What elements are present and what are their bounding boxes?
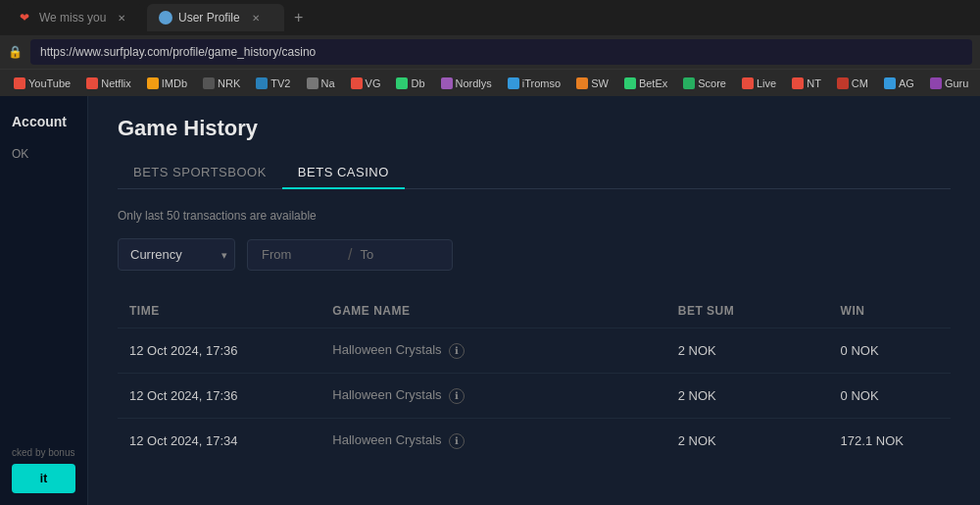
bookmark-nrk[interactable]: NRK (197, 76, 246, 91)
bookmark-itromso[interactable]: iTromso (502, 76, 566, 91)
date-separator: / (348, 246, 352, 264)
row3-game-name: Halloween Crystals (332, 432, 441, 447)
row3-info-icon[interactable]: ℹ (449, 433, 465, 449)
row3-game: Halloween Crystals ℹ (320, 419, 665, 464)
bookmark-label: SW (591, 77, 609, 89)
ag-icon (884, 77, 896, 89)
guru-icon (930, 77, 942, 89)
tab-user-profile[interactable]: User Profile ✕ (147, 4, 284, 31)
row1-info-icon[interactable]: ℹ (449, 343, 465, 359)
row2-game: Halloween Crystals ℹ (320, 374, 665, 419)
bookmarks-bar: YouTube Netflix IMDb NRK TV2 Na VG Db (0, 69, 980, 96)
table-row: 12 Oct 2024, 17:34 Halloween Crystals ℹ … (118, 419, 951, 464)
row2-win: 0 NOK (829, 374, 951, 419)
tabs-container: BETS SPORTSBOOK BETS CASINO (118, 157, 951, 189)
bookmark-db[interactable]: Db (390, 76, 430, 91)
bookmark-label: Score (698, 77, 726, 89)
bookmark-nordlys[interactable]: Nordlys (435, 76, 498, 91)
date-range-filter: / (247, 239, 453, 271)
heart-icon: ❤ (20, 11, 33, 25)
address-bar: 🔒 (0, 35, 980, 69)
bookmark-tv2[interactable]: TV2 (250, 76, 296, 91)
bookmark-label: AG (899, 77, 914, 89)
bookmark-nt[interactable]: NT (786, 76, 827, 91)
bookmark-label: IMDb (162, 77, 187, 89)
currency-filter-wrap: Currency NOK EUR (118, 238, 235, 271)
bookmark-betex[interactable]: BetEx (618, 76, 673, 91)
row1-time: 12 Oct 2024, 17:36 (118, 328, 320, 374)
tab-close-icon[interactable]: ✕ (252, 13, 260, 24)
col-header-bet-sum: BET SUM (666, 294, 829, 328)
bookmark-vg[interactable]: VG (345, 76, 387, 91)
bookmark-youtube[interactable]: YouTube (8, 76, 76, 91)
tab-bar: ❤ We miss you ✕ User Profile ✕ + (0, 0, 980, 35)
youtube-icon (14, 77, 25, 89)
col-header-game: GAME NAME (320, 294, 665, 328)
page-layout: Account OK cked by bonus it Game History… (0, 96, 980, 505)
db-icon (396, 77, 408, 89)
row2-bet-sum: 2 NOK (666, 374, 829, 419)
bookmark-netflix[interactable]: Netflix (80, 76, 137, 91)
nordlys-icon (441, 77, 453, 89)
table-body: 12 Oct 2024, 17:36 Halloween Crystals ℹ … (118, 328, 951, 464)
score-icon (683, 77, 695, 89)
sidebar-action-button[interactable]: it (12, 464, 75, 493)
bookmark-guru[interactable]: Guru (924, 76, 974, 91)
bookmark-label: Na (321, 77, 335, 89)
row2-info-icon[interactable]: ℹ (449, 388, 465, 404)
sidebar: Account OK cked by bonus it (0, 96, 88, 505)
sw-icon (576, 77, 588, 89)
sidebar-menu: OK (0, 137, 87, 435)
row3-time: 12 Oct 2024, 17:34 (118, 419, 320, 464)
row2-game-name: Halloween Crystals (332, 387, 441, 402)
bookmark-imdb[interactable]: IMDb (141, 76, 193, 91)
game-history-table: TIME GAME NAME BET SUM WIN 12 Oct 2024, … (118, 294, 951, 463)
row1-game-name: Halloween Crystals (332, 342, 441, 357)
date-from-input[interactable] (262, 247, 340, 262)
bookmark-ag[interactable]: AG (878, 76, 920, 91)
address-input[interactable] (30, 39, 972, 65)
row1-bet-sum: 2 NOK (666, 328, 829, 374)
row3-win: 172.1 NOK (829, 419, 951, 464)
table-row: 12 Oct 2024, 17:36 Halloween Crystals ℹ … (118, 374, 951, 419)
na-icon (307, 77, 318, 89)
imdb-icon (147, 77, 159, 89)
nrk-icon (203, 77, 215, 89)
account-label: Account (0, 106, 87, 137)
bookmark-label: NRK (218, 77, 240, 89)
bookmark-label: CM (852, 77, 868, 89)
sidebar-item-ok[interactable]: OK (0, 137, 87, 171)
bookmark-label: YouTube (28, 77, 71, 89)
main-inner: Game History BETS SPORTSBOOK BETS CASINO… (88, 96, 980, 505)
tab-label: User Profile (178, 11, 240, 25)
cm-icon (837, 77, 849, 89)
tab-we-miss-you[interactable]: ❤ We miss you ✕ (8, 4, 145, 31)
bookmark-na[interactable]: Na (301, 76, 341, 91)
bookmark-label: TV2 (270, 77, 290, 89)
row1-game: Halloween Crystals ℹ (320, 328, 665, 374)
bookmark-label: Netflix (101, 77, 131, 89)
tab-label: We miss you (39, 11, 106, 25)
currency-select[interactable]: Currency NOK EUR (118, 238, 235, 271)
tab-close-icon[interactable]: ✕ (118, 13, 125, 24)
netflix-icon (86, 77, 98, 89)
row3-bet-sum: 2 NOK (666, 419, 829, 464)
col-header-time: TIME (118, 294, 320, 328)
bookmark-label: iTromso (522, 77, 561, 89)
sidebar-blocked-text: cked by bonus (12, 447, 75, 458)
new-tab-button[interactable]: + (286, 5, 311, 30)
date-to-input[interactable] (360, 247, 438, 262)
bookmark-live[interactable]: Live (736, 76, 782, 91)
vg-icon (351, 77, 363, 89)
bookmark-cm[interactable]: CM (831, 76, 874, 91)
bookmark-sw[interactable]: SW (570, 76, 614, 91)
col-header-win: WIN (829, 294, 951, 328)
betex-icon (624, 77, 636, 89)
tv2-icon (256, 77, 268, 89)
table-header-row: TIME GAME NAME BET SUM WIN (118, 294, 951, 328)
live-icon (742, 77, 754, 89)
bookmark-score[interactable]: Score (677, 76, 732, 91)
tab-bets-sportsbook[interactable]: BETS SPORTSBOOK (118, 157, 282, 188)
tab-bets-casino[interactable]: BETS CASINO (282, 157, 405, 189)
filters-row: Currency NOK EUR / (118, 238, 951, 271)
